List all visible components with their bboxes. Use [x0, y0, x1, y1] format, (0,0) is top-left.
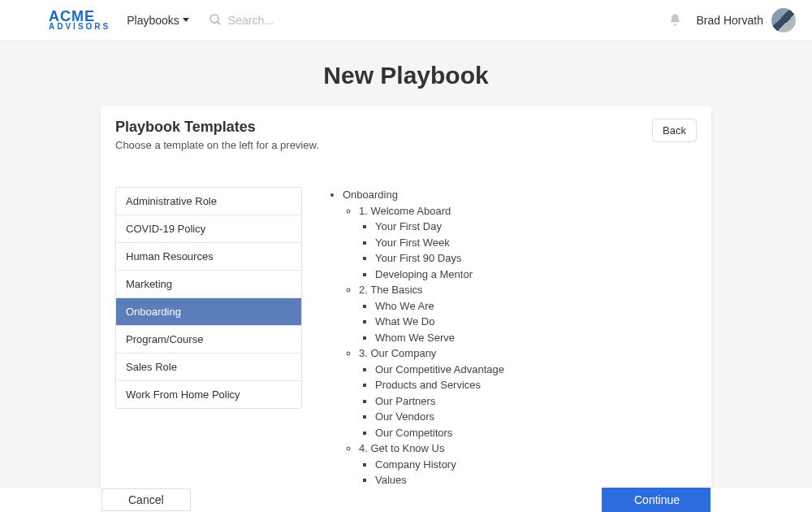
card-subtitle: Choose a template on the left for a prev…: [115, 139, 319, 151]
bell-icon[interactable]: [668, 13, 682, 27]
logo-text-top: ACME: [49, 10, 110, 23]
template-list: Administrative RoleCOVID-19 PolicyHuman …: [115, 187, 302, 409]
cancel-button[interactable]: Cancel: [102, 488, 191, 511]
template-item[interactable]: Onboarding: [116, 298, 301, 326]
preview-item: Developing a Mentor: [375, 267, 697, 283]
top-bar: ACME ADVISORS Playbooks Brad Horvath: [0, 0, 812, 41]
svg-point-0: [210, 15, 218, 23]
preview-section: 3. Our CompanyOur Competitive AdvantageP…: [359, 345, 697, 440]
nav-playbooks[interactable]: Playbooks: [127, 14, 189, 27]
preview-section: 1. Welcome AboardYour First DayYour Firs…: [359, 203, 697, 283]
template-preview: Onboarding1. Welcome AboardYour First Da…: [320, 187, 697, 494]
preview-item: Who We Are: [375, 298, 697, 315]
template-item[interactable]: Sales Role: [116, 354, 301, 381]
search-input[interactable]: [228, 14, 374, 27]
template-item[interactable]: Work From Home Policy: [116, 381, 301, 408]
logo[interactable]: ACME ADVISORS: [49, 10, 110, 30]
template-item[interactable]: Administrative Role: [116, 188, 301, 215]
continue-button[interactable]: Continue: [602, 488, 710, 512]
back-button[interactable]: Back: [652, 119, 697, 142]
preview-section: 2. The BasicsWho We AreWhat We DoWhom We…: [359, 282, 697, 345]
preview-item: Our Competitive Advantage: [375, 362, 697, 378]
preview-item: Whom We Serve: [375, 330, 697, 346]
preview-item: Your First 90 Days: [375, 250, 697, 267]
nav-playbooks-label: Playbooks: [127, 14, 179, 27]
template-item[interactable]: Program/Course: [116, 326, 301, 354]
preview-item: Our Vendors: [375, 409, 697, 425]
user-name[interactable]: Brad Horvath: [697, 14, 763, 27]
preview-item: Company History: [375, 457, 697, 473]
preview-item: Your First Day: [375, 219, 697, 235]
search-wrap: [209, 13, 374, 27]
preview-item: Values: [375, 472, 697, 488]
preview-item: Our Partners: [375, 393, 697, 410]
preview-item: Products and Services: [375, 377, 697, 393]
svg-line-1: [217, 22, 220, 25]
template-item[interactable]: Marketing: [116, 271, 301, 298]
chevron-down-icon: [183, 18, 189, 22]
template-card: Playbook Templates Choose a template on …: [101, 106, 711, 494]
avatar[interactable]: [771, 8, 796, 33]
preview-section: 4. Get to Know UsCompany HistoryValuesFo…: [359, 440, 697, 494]
template-item[interactable]: Human Resources: [116, 243, 301, 271]
search-icon: [209, 13, 222, 27]
page-title: New Playbook: [0, 62, 812, 89]
logo-text-bottom: ADVISORS: [49, 23, 110, 30]
template-item[interactable]: COVID-19 Policy: [116, 215, 301, 243]
preview-item: Your First Week: [375, 235, 697, 251]
preview-item: What We Do: [375, 314, 697, 330]
preview-root: Onboarding1. Welcome AboardYour First Da…: [343, 187, 697, 494]
card-title: Playbook Templates: [115, 119, 319, 136]
footer-bar: Cancel Continue: [0, 488, 812, 512]
preview-item: Our Competitors: [375, 425, 697, 441]
